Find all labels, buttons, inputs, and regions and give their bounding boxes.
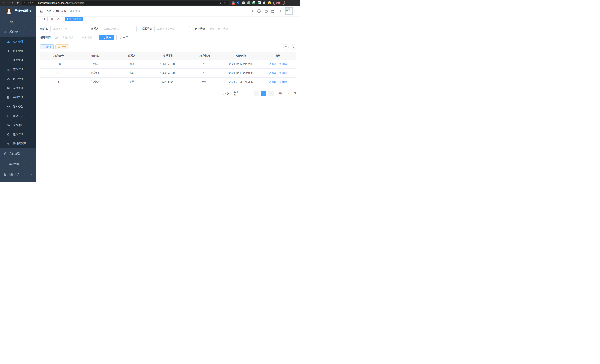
next-page-button[interactable] (268, 91, 274, 96)
delete-link[interactable]: 删除 (279, 71, 287, 75)
cell-status: 开启 (187, 77, 223, 86)
browser-reload-button[interactable] (11, 0, 16, 5)
yen-icon: ¥ (3, 152, 6, 155)
browser-back-button[interactable] (2, 0, 7, 5)
sidebar-item-sms[interactable]: 短信管理 (0, 130, 36, 139)
sidebar-item-devtool[interactable]: 研发工具 (0, 169, 36, 180)
chevron-down-icon (30, 115, 33, 117)
edit-link[interactable]: 修改 (269, 80, 276, 84)
monitor-icon (3, 163, 6, 166)
goto-page-input[interactable] (285, 91, 292, 96)
create-time-range-picker[interactable]: 开始日期 - 结束日期 (53, 35, 97, 40)
extension-cmd-icon[interactable] (242, 1, 245, 4)
tab-label: 首页 (41, 18, 46, 21)
prev-page-button[interactable] (254, 91, 259, 96)
mobile-input[interactable] (154, 26, 190, 32)
sidebar-item-user[interactable]: 用户管理 (0, 46, 36, 56)
sidebar-item-system[interactable]: 系统管理 (0, 27, 36, 37)
tenant-name-input[interactable] (50, 26, 86, 32)
extension-chat-icon[interactable] (258, 1, 261, 4)
toggle-search-button[interactable] (283, 44, 289, 49)
breadcrumb-item-system[interactable]: 系统管理 (56, 9, 66, 13)
contact-label: 联系人 (91, 27, 99, 31)
bookmark-star-icon[interactable] (223, 2, 226, 4)
sidebar-item-dict[interactable]: 字典管理 (0, 93, 36, 102)
extension-recorder-icon[interactable] (247, 1, 250, 4)
table-toolbar: 新增 导出 (40, 44, 296, 49)
extension-grid-icon[interactable]: 10 (232, 1, 235, 4)
sidebar-item-label: 用户管理 (13, 49, 23, 53)
page-number-1[interactable]: 1 (261, 91, 266, 96)
share-icon[interactable] (219, 2, 221, 4)
extension-yapi-icon[interactable] (252, 1, 255, 4)
breadcrumb-item-home[interactable]: 首页 (46, 9, 52, 13)
avatar-caret-icon[interactable] (295, 10, 297, 12)
plus-icon (43, 46, 45, 48)
tab-tenant[interactable]: 租户管理 (65, 17, 83, 21)
page-size-select[interactable]: 10条/页 (232, 91, 250, 96)
edit-link[interactable]: 修改 (269, 71, 276, 75)
close-icon[interactable] (79, 18, 81, 20)
tenant-status-select[interactable]: 请选择租户状态 (208, 26, 243, 32)
tab-dept[interactable]: 部门管理 (49, 17, 64, 21)
app-logo[interactable]: 芋道管理系统 (0, 6, 36, 16)
chevron-down-icon (30, 152, 33, 155)
extension-balloon-icon[interactable] (237, 1, 240, 4)
goto-label: 前往 (279, 92, 284, 95)
sidebar-item-label: 部门管理 (13, 77, 23, 81)
reset-button[interactable]: 重置 (116, 35, 131, 40)
sidebar-item-pay[interactable]: ¥支付管理 (0, 149, 36, 159)
browser-update-button[interactable]: 更新 (273, 1, 285, 5)
export-button[interactable]: 导出 (56, 44, 69, 49)
font-size-icon[interactable] (278, 9, 282, 13)
address-bar[interactable]: 不安全 dashboard.yudao.iocoder.cn/system/te… (21, 0, 229, 5)
sidebar-item-notice[interactable]: 通知公告 (0, 102, 36, 111)
cell-contact: 芋艿 (113, 77, 150, 86)
col-contact: 联系人 (113, 52, 150, 60)
back-icon (3, 1, 6, 4)
cell-created: 2021-01-05 17:03:47 (223, 77, 260, 86)
sidebar-item-label: 通知公告 (13, 105, 23, 108)
avatar[interactable] (285, 7, 293, 15)
pagination-total: 共 3 条 (222, 92, 229, 95)
sidebar-item-infra[interactable]: 基础设施 (0, 159, 36, 169)
delete-link[interactable]: 删除 (279, 62, 287, 66)
sidebar-item-dept[interactable]: 部门管理 (0, 74, 36, 84)
delete-link[interactable]: 删除 (279, 80, 287, 84)
sidebar: 芋道管理系统 首页系统管理租户管理用户管理角色管理菜单管理部门管理岗位管理字典管… (0, 6, 36, 182)
add-button[interactable]: 新增 (40, 44, 54, 49)
contact-input[interactable] (101, 26, 137, 32)
sidebar-item-tenant[interactable]: 租户管理 (0, 37, 36, 46)
sidebar-collapse-icon[interactable] (39, 9, 43, 13)
cell-status: 关闭 (187, 60, 223, 68)
tab-label: 租户管理 (69, 18, 78, 21)
shield-icon (7, 133, 10, 136)
github-icon[interactable] (257, 9, 261, 13)
tab-home[interactable]: 首页 (39, 17, 48, 21)
browser-menu-icon[interactable] (282, 3, 283, 3)
sidebar-item-online[interactable]: 在线用户 (0, 121, 36, 130)
chevron-down-icon (30, 133, 33, 136)
sidebar-item-menu[interactable]: 菜单管理 (0, 65, 36, 74)
help-icon[interactable] (264, 9, 268, 13)
extension-emoji-icon[interactable] (268, 1, 271, 4)
chevron-left-icon (255, 92, 258, 94)
start-date-placeholder: 开始日期 (59, 36, 76, 39)
sidebar-item-post[interactable]: 岗位管理 (0, 84, 36, 93)
browser-home-button[interactable] (16, 0, 20, 5)
edit-link[interactable]: 修改 (269, 62, 276, 66)
fullscreen-icon[interactable] (271, 9, 275, 13)
search-button[interactable]: 搜索 (99, 35, 114, 40)
sidebar-item-role[interactable]: 角色管理 (0, 56, 36, 65)
home-icon (17, 1, 19, 4)
refresh-table-button[interactable] (291, 44, 296, 49)
extension-puzzle-icon[interactable] (263, 1, 266, 4)
breadcrumb: 首页/系统管理/租户管理 (46, 9, 81, 13)
sidebar-item-audit[interactable]: 审计日志 (0, 111, 36, 121)
browser-forward-button[interactable] (7, 0, 11, 5)
header-search-icon[interactable] (250, 9, 254, 13)
sidebar-item-home[interactable]: 首页 (0, 16, 36, 27)
close-icon[interactable] (60, 18, 62, 20)
trash-icon (279, 63, 281, 65)
sidebar-item-errcode[interactable]: 错误码管理 (0, 139, 36, 149)
